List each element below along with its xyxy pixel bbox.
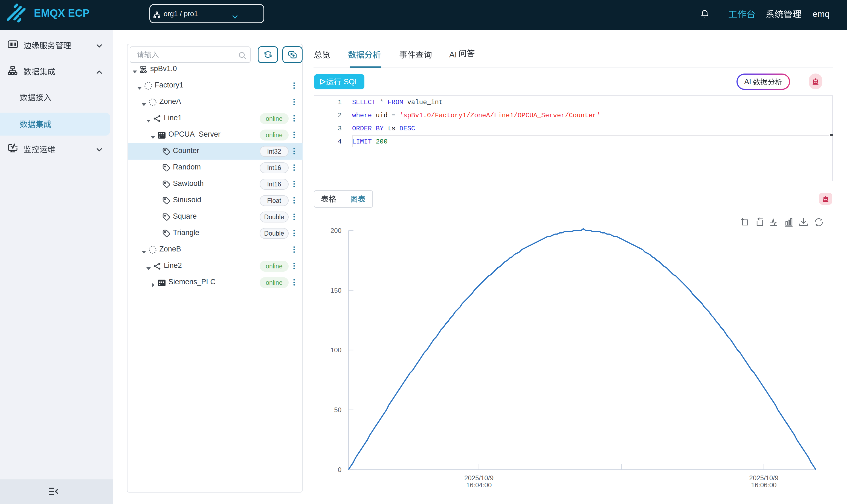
svg-text:100: 100 — [330, 346, 342, 354]
svg-text:16:06:00: 16:06:00 — [751, 481, 776, 489]
svg-text:150: 150 — [330, 287, 342, 294]
svg-text:2025/10/9: 2025/10/9 — [749, 474, 779, 482]
svg-text:2025/10/9: 2025/10/9 — [464, 474, 494, 482]
svg-text:50: 50 — [334, 406, 342, 414]
svg-text:16:04:00: 16:04:00 — [466, 481, 491, 489]
svg-text:200: 200 — [330, 227, 342, 234]
svg-text:0: 0 — [338, 466, 342, 473]
